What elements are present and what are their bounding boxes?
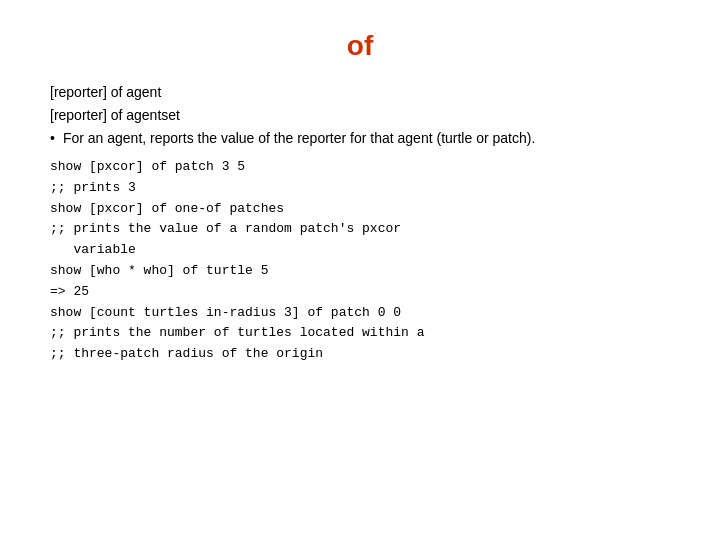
code-line-1: show [pxcor] of patch 3 5 [50, 157, 670, 178]
page-container: of [reporter] of agent [reporter] of age… [0, 0, 720, 540]
page-title: of [50, 30, 670, 62]
code-block: show [pxcor] of patch 3 5 ;; prints 3 sh… [50, 157, 670, 365]
code-line-5: variable [50, 240, 670, 261]
bullet-text: For an agent, reports the value of the r… [63, 128, 535, 149]
code-line-7: => 25 [50, 282, 670, 303]
code-line-10: ;; three-patch radius of the origin [50, 344, 670, 365]
content-area: [reporter] of agent [reporter] of agents… [50, 82, 670, 365]
bullet-icon: • [50, 128, 55, 149]
code-line-8: show [count turtles in-radius 3] of patc… [50, 303, 670, 324]
code-line-6: show [who * who] of turtle 5 [50, 261, 670, 282]
code-line-2: ;; prints 3 [50, 178, 670, 199]
syntax-line-1: [reporter] of agent [50, 82, 670, 103]
code-line-9: ;; prints the number of turtles located … [50, 323, 670, 344]
code-line-4: ;; prints the value of a random patch's … [50, 219, 670, 240]
code-line-3: show [pxcor] of one-of patches [50, 199, 670, 220]
bullet-item: • For an agent, reports the value of the… [50, 128, 670, 149]
syntax-line-2: [reporter] of agentset [50, 105, 670, 126]
